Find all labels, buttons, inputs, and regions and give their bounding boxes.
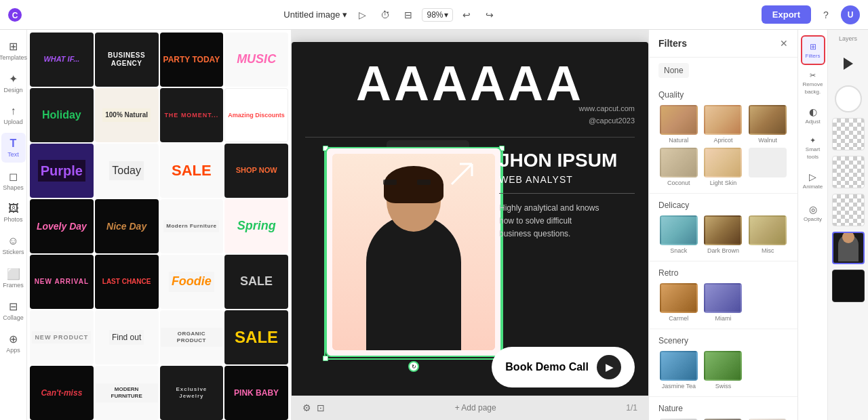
filter-item-apricot[interactable]: Apricot xyxy=(703,105,744,144)
resize-handle-bl[interactable] xyxy=(323,356,328,361)
filter-grid: Jasmine Tea Swiss xyxy=(658,351,788,390)
avatar[interactable]: U xyxy=(841,5,860,24)
dark-layer-thumb[interactable] xyxy=(832,270,865,302)
filter-none-button[interactable]: None xyxy=(658,63,689,78)
help-icon[interactable]: ? xyxy=(816,5,835,24)
template-item[interactable]: SALE xyxy=(224,255,288,309)
redo-icon[interactable]: ↪ xyxy=(480,5,499,24)
template-item[interactable]: LAST CHANCE xyxy=(95,255,159,309)
template-item[interactable]: NEW PRODUCT xyxy=(30,310,94,364)
template-item[interactable]: Modern Furniture xyxy=(160,199,224,253)
template-item[interactable]: Purple xyxy=(30,144,94,198)
filter-item-swiss[interactable]: Swiss xyxy=(703,351,744,390)
sidebar-item-templates[interactable]: ⊞ Templates xyxy=(1,35,26,65)
template-label: THE MOMENT... xyxy=(161,109,221,122)
template-item[interactable]: SALE xyxy=(224,310,288,364)
sidebar-item-upload[interactable]: ↑ Upload xyxy=(1,100,26,130)
template-label: Nice Day xyxy=(104,218,149,235)
template-item[interactable]: Exclusive Jewelry xyxy=(160,366,224,420)
play-preview-button[interactable] xyxy=(832,47,865,80)
template-item[interactable]: Find out xyxy=(95,310,159,364)
filter-item-misc[interactable]: Misc xyxy=(747,215,788,254)
shapes-icon: ◻ xyxy=(9,170,18,183)
footer-center: + Add page xyxy=(455,403,496,413)
filter-item-carmel[interactable]: Carmel xyxy=(658,283,699,322)
sidebar-item-apps[interactable]: ⊕ Apps xyxy=(1,328,26,358)
template-item[interactable]: MODERN FURNITURE xyxy=(95,366,159,420)
right-tool-animate[interactable]: ▷ Animate xyxy=(801,165,825,195)
settings-icon[interactable]: ⚙ xyxy=(302,402,311,413)
sidebar-item-text[interactable]: T Text xyxy=(1,133,26,163)
template-item[interactable]: ORGANIC PRODUCT xyxy=(160,310,224,364)
filter-item-walnut[interactable]: Walnut xyxy=(747,105,788,144)
sidebar-item-collage[interactable]: ⊟ Collage xyxy=(1,295,26,325)
filter-item-lightskin[interactable]: Light Skin xyxy=(703,148,744,186)
layout-icon[interactable]: ⊟ xyxy=(399,5,418,24)
right-tool-label: Adjust xyxy=(805,119,820,125)
sidebar-item-design[interactable]: ✦ Design xyxy=(1,68,26,98)
document-title[interactable]: Untitled image ▾ xyxy=(283,9,347,20)
sidebar-item-label: Text xyxy=(7,151,19,158)
canvas-description: Highly analytical and knowshow to solve … xyxy=(499,202,635,241)
template-label: SALE xyxy=(169,159,214,182)
timer-icon[interactable]: ⏱ xyxy=(376,5,395,24)
canvas-cta-button[interactable]: Book Demo Call ▶ xyxy=(492,347,635,387)
sidebar-item-label: Frames xyxy=(3,282,24,289)
template-label: 100% Natural xyxy=(102,108,151,122)
sidebar-item-label: Upload xyxy=(3,119,23,125)
filters-close-button[interactable]: ✕ xyxy=(780,38,788,49)
template-item[interactable]: PARTY TODAY xyxy=(160,33,224,87)
filter-item-natural[interactable]: Natural xyxy=(658,105,699,144)
filter-item-coconut[interactable]: Coconut xyxy=(658,148,699,186)
template-item[interactable]: SHOP NOW xyxy=(224,144,288,198)
right-tool-opacity[interactable]: ◎ Opacity xyxy=(801,198,825,228)
right-tool-filters[interactable]: ⊞ Filters xyxy=(801,35,825,65)
sidebar-item-label: Design xyxy=(3,87,22,93)
template-item[interactable]: 100% Natural xyxy=(95,88,159,142)
template-item[interactable]: BUSINESS AGENCY xyxy=(95,33,159,87)
template-item[interactable]: Foodie xyxy=(160,255,224,309)
filter-item-darkbrown[interactable]: Dark Brown xyxy=(703,215,744,254)
filter-item-snack[interactable]: Snack xyxy=(658,215,699,254)
filter-grid: Natural Apricot Walnut Coconut Light Ski… xyxy=(658,105,788,186)
zoom-control[interactable]: 98% ▾ xyxy=(422,8,453,22)
filter-item-miami[interactable]: Miami xyxy=(703,283,744,322)
template-item[interactable]: Holiday xyxy=(30,88,94,142)
sidebar-item-photos[interactable]: 🖼 Photos xyxy=(1,198,26,228)
template-item[interactable]: NEW ARRIVAL xyxy=(30,255,94,309)
template-item[interactable]: Nice Day xyxy=(95,199,159,253)
sidebar-item-label: Shapes xyxy=(3,184,24,191)
person-layer-thumb[interactable] xyxy=(832,232,865,264)
right-tool-adjust[interactable]: ◐ Adjust xyxy=(801,100,825,130)
canva-logo-icon[interactable]: C xyxy=(8,8,22,22)
filter-section-title: Scenery xyxy=(658,336,788,345)
photos-icon: 🖼 xyxy=(8,203,19,215)
canvas-area[interactable]: AAAAAA www.capcut.com @capcut2023 ↻ ⊞ ⇌ … xyxy=(292,30,648,420)
sidebar-item-shapes[interactable]: ◻ Shapes xyxy=(1,165,26,195)
undo-icon[interactable]: ↩ xyxy=(457,5,476,24)
sidebar-item-stickers[interactable]: ☺ Stickers xyxy=(1,230,26,260)
template-item[interactable]: THE MOMENT... xyxy=(160,88,224,142)
template-item[interactable]: SALE xyxy=(160,144,224,198)
filter-thumb xyxy=(660,105,698,135)
template-item[interactable]: Can't-miss xyxy=(30,366,94,420)
zoom-fit-icon[interactable]: ⊡ xyxy=(317,402,325,413)
right-tool-label: Filters xyxy=(806,53,821,59)
play-icon[interactable]: ▷ xyxy=(353,5,372,24)
right-tool-smarttools[interactable]: ✦ Smart tools xyxy=(801,133,825,163)
template-item[interactable]: Lovely Day xyxy=(30,199,94,253)
filter-item-jasminetea[interactable]: Jasmine Tea xyxy=(658,351,699,390)
template-item[interactable]: Spring xyxy=(224,199,288,253)
template-item[interactable]: Today xyxy=(95,144,159,198)
right-tool-removebg[interactable]: ✂ Remove backg. xyxy=(801,68,825,98)
rotate-handle[interactable]: ↻ xyxy=(408,361,419,372)
template-item[interactable]: WHAT IF... xyxy=(30,33,94,87)
export-button[interactable]: Export xyxy=(762,5,811,24)
add-page-button[interactable]: + Add page xyxy=(455,403,496,413)
template-item[interactable]: MUSIC xyxy=(224,33,288,87)
template-item[interactable]: Amazing Discounts xyxy=(224,88,288,142)
sidebar-item-frames[interactable]: ⬜ Frames xyxy=(1,263,26,293)
template-item[interactable]: PINK BABY xyxy=(224,366,288,420)
upload-icon: ↑ xyxy=(11,105,16,117)
canvas[interactable]: AAAAAA www.capcut.com @capcut2023 ↻ ⊞ ⇌ … xyxy=(292,42,648,408)
